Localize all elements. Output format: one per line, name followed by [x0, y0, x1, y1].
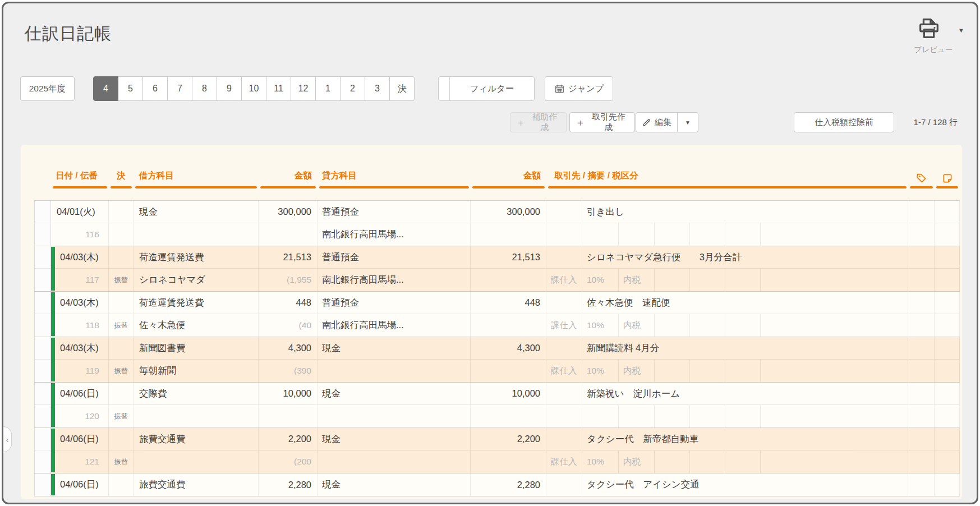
empty-cell [690, 450, 725, 473]
table-header-row: 日付 / 伝番 決 借方科目 金額 貸方科目 金額 取引先 / 摘要 / 税区分 [34, 160, 960, 188]
tax-rate [582, 405, 619, 427]
printer-icon[interactable] [916, 16, 942, 42]
row-select-cell[interactable] [34, 223, 51, 246]
credit-account: 現金 [318, 337, 471, 360]
debit-sub-account [134, 450, 259, 473]
journal-rows: 04/01(火)現金300,000普通預金300,000引き出し116南北銀行高… [34, 200, 960, 496]
empty-cell [725, 314, 761, 337]
debit-amount: 4,300 [259, 337, 318, 360]
debit-account: 旅費交通費 [134, 473, 259, 496]
month-tab-5[interactable]: 5 [118, 76, 143, 101]
month-tab-8[interactable]: 8 [192, 76, 217, 101]
month-tab-12[interactable]: 12 [291, 76, 316, 101]
filter-strip[interactable] [439, 77, 450, 100]
credit-sub-amount [471, 360, 546, 382]
entry-description: 新築祝い 淀川ホーム [582, 383, 908, 405]
entry-green-marker [51, 383, 55, 427]
row-select-cell[interactable] [34, 314, 51, 337]
tax-rate: 10% [582, 360, 619, 382]
month-tab-6[interactable]: 6 [142, 76, 168, 101]
month-tab-7[interactable]: 7 [167, 76, 192, 101]
debit-tax-amount: (1,955 [259, 269, 318, 291]
edit-button-group: 編集 ▼ [636, 112, 698, 132]
print-preview-control[interactable]: ▼ プレビュー [900, 16, 967, 55]
entry-description: 新聞購読料 4月分 [582, 337, 908, 360]
row-select-cell[interactable] [34, 269, 51, 291]
credit-sub-amount [471, 405, 546, 427]
settle-cell [109, 383, 134, 405]
pencil-icon [642, 118, 651, 127]
entry-description: 佐々木急便 速配便 [582, 292, 908, 314]
month-tab-決[interactable]: 決 [389, 76, 415, 101]
tag-cell [908, 314, 935, 337]
row-select-cell[interactable] [34, 405, 51, 427]
jump-button[interactable]: ジャンプ [545, 76, 613, 101]
month-tab-9[interactable]: 9 [217, 76, 242, 101]
voucher-number: 118 [51, 314, 109, 337]
header-select-col [34, 160, 51, 188]
tag-cell [908, 223, 935, 246]
row-select-cell[interactable] [34, 201, 51, 223]
row-select-cell[interactable] [34, 383, 51, 405]
partner-cell [546, 428, 582, 450]
row-select-cell[interactable] [34, 360, 51, 382]
journal-entry[interactable]: 04/06(日)旅費交通費2,200現金2,200タクシー代 新帝都自動車121… [34, 428, 960, 473]
month-tab-4[interactable]: 4 [93, 76, 118, 101]
debit-amount: 448 [259, 292, 318, 314]
empty-cell [725, 405, 761, 427]
month-tab-11[interactable]: 11 [266, 76, 291, 101]
entry-date: 04/06(日) [51, 383, 109, 405]
filter-button[interactable]: フィルター [438, 76, 535, 101]
empty-cell [655, 223, 690, 246]
edit-dropdown-caret[interactable]: ▼ [677, 112, 698, 132]
tax-rate [582, 223, 619, 246]
debit-account: 荷造運賃発送費 [134, 246, 259, 269]
row-select-cell[interactable] [34, 246, 51, 269]
tag-cell [908, 383, 935, 405]
empty-cell [690, 405, 725, 427]
debit-account: 旅費交通費 [134, 428, 259, 450]
empty-cell [725, 223, 761, 246]
create-sub-account-button[interactable]: ＋ 補助作成 [510, 112, 567, 132]
row-select-cell[interactable] [34, 337, 51, 360]
row-select-cell[interactable] [34, 473, 51, 496]
tax-method: 内税 [619, 314, 655, 337]
month-tab-10[interactable]: 10 [241, 76, 266, 101]
header-debit-amount: 金額 [259, 160, 318, 188]
credit-account: 普通預金 [318, 292, 471, 314]
credit-sub-account [318, 450, 471, 473]
row-select-cell[interactable] [34, 428, 51, 450]
empty-cell [690, 223, 725, 246]
month-tab-2[interactable]: 2 [340, 76, 365, 101]
pre-tax-deduction-button[interactable]: 仕入税額控除前 [794, 112, 894, 132]
journal-entry[interactable]: 04/03(木)荷造運賃発送費448普通預金448佐々木急便 速配便118振替佐… [34, 292, 960, 337]
journal-entry[interactable]: 04/06(日)旅費交通費2,280現金2,280タクシー代 アイシン交通 [34, 473, 960, 496]
journal-entry[interactable]: 04/06(日)交際費10,000現金10,000新築祝い 淀川ホーム120振替 [34, 383, 960, 428]
note-cell [935, 360, 960, 382]
tax-class [546, 223, 582, 246]
edit-button[interactable]: 編集 [636, 112, 678, 132]
empty-cell [725, 269, 761, 291]
header-partner-summary-tax: 取引先 / 摘要 / 税区分 [546, 160, 908, 188]
settle-cell [109, 428, 134, 450]
create-partner-button[interactable]: ＋ 取引先作成 [569, 112, 635, 132]
month-tab-3[interactable]: 3 [365, 76, 390, 101]
credit-amount: 448 [471, 292, 546, 314]
entry-description: タクシー代 新帝都自動車 [582, 428, 908, 450]
tag-cell [908, 405, 935, 427]
journal-entry[interactable]: 04/03(木)新聞図書費4,300現金4,300新聞購読料 4月分119振替毎… [34, 337, 960, 383]
journal-entry[interactable]: 04/01(火)現金300,000普通預金300,000引き出し116南北銀行高… [34, 201, 960, 246]
row-select-cell[interactable] [34, 450, 51, 473]
entry-green-marker [51, 338, 55, 381]
journal-entry[interactable]: 04/03(木)荷造運賃発送費21,513普通預金21,513シロネコヤマダ急行… [34, 246, 960, 292]
print-caret-down-icon[interactable]: ▼ [958, 27, 964, 34]
row-select-cell[interactable] [34, 292, 51, 314]
debit-sub-account: シロネコヤマダ [134, 269, 259, 291]
month-tab-1[interactable]: 1 [315, 76, 341, 101]
period-selector-row: 2025年度 456789101112123決 フィルター ジャンプ [3, 76, 977, 101]
sidebar-collapse-handle[interactable]: ‹ [3, 426, 12, 452]
empty-cell [761, 314, 908, 337]
fiscal-year-button[interactable]: 2025年度 [20, 76, 75, 101]
settle-cell [109, 246, 134, 269]
filter-label: フィルター [450, 83, 534, 95]
